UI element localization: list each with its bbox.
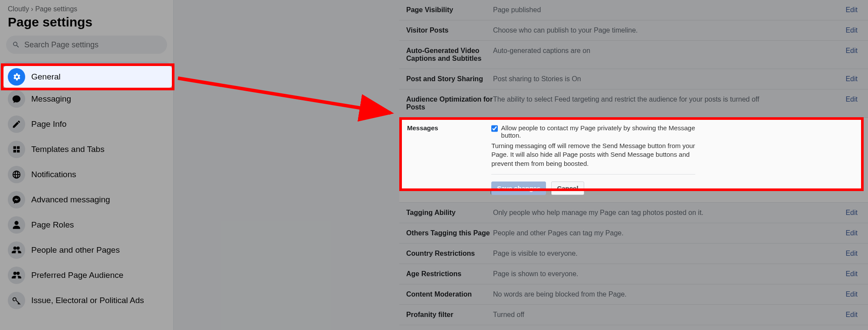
svg-line-0 — [178, 78, 391, 113]
setting-desc: Post sharing to Stories is On — [493, 75, 845, 83]
people-icon — [8, 241, 25, 259]
setting-desc: Page published — [493, 6, 845, 14]
setting-row: Country RestrictionsPage is visible to e… — [399, 244, 868, 264]
setting-label: Page Visibility — [406, 6, 493, 14]
sidebar-item-label: Page Roles — [31, 220, 74, 230]
setting-desc: Turned off — [493, 311, 845, 319]
setting-row: Post and Story SharingPost sharing to St… — [399, 69, 868, 89]
setting-row: Visitor PostsChoose who can publish to y… — [399, 20, 868, 41]
search-input[interactable]: Search Page settings — [6, 36, 167, 54]
gear-icon — [8, 68, 25, 86]
edit-link[interactable]: Edit — [845, 270, 858, 278]
cancel-button[interactable]: Cancel — [551, 182, 584, 195]
sidebar: Cloutly › Page settings Page settings Se… — [0, 0, 174, 330]
sidebar-item-preferred-page-audience[interactable]: Preferred Page Audience — [3, 263, 170, 287]
setting-row: Auto-Generated Video Captions and Subtit… — [399, 41, 868, 69]
sidebar-item-label: General — [31, 72, 61, 82]
sidebar-item-label: Issue, Electoral or Political Ads — [31, 296, 144, 305]
edit-link[interactable]: Edit — [845, 250, 858, 257]
edit-link[interactable]: Edit — [845, 229, 858, 237]
edit-link[interactable]: Edit — [845, 290, 858, 298]
setting-row: Others Tagging this PagePeople and other… — [399, 223, 868, 244]
setting-row: Age RestrictionsPage is shown to everyon… — [399, 264, 868, 284]
sidebar-item-label: Templates and Tabs — [31, 145, 105, 154]
setting-desc: Page is shown to everyone. — [493, 270, 845, 278]
search-placeholder: Search Page settings — [24, 40, 99, 50]
sidebar-item-label: Page Info — [31, 119, 66, 129]
edit-link[interactable]: Edit — [845, 6, 858, 14]
annotation-arrow — [174, 61, 399, 122]
sidebar-item-issue-electoral-or-political-ads[interactable]: Issue, Electoral or Political Ads — [3, 288, 170, 313]
setting-label: Others Tagging this Page — [406, 229, 493, 237]
sidebar-item-page-info[interactable]: Page Info — [3, 112, 170, 136]
sidebar-item-label: People and other Pages — [31, 245, 120, 255]
sidebar-item-label: Advanced messaging — [31, 195, 110, 205]
sidebar-item-label: Messaging — [31, 94, 71, 104]
setting-row: Tagging AbilityOnly people who help mana… — [399, 203, 868, 223]
pencil-icon — [8, 116, 25, 133]
messenger-icon — [8, 191, 25, 208]
edit-link[interactable]: Edit — [845, 96, 858, 111]
setting-label: Audience Optimization for Posts — [406, 96, 493, 111]
setting-label: Profanity filter — [406, 311, 493, 319]
setting-row: Similar Page SuggestionsChoose whether y… — [399, 325, 868, 330]
people-icon — [8, 267, 25, 284]
search-icon — [12, 41, 20, 49]
setting-desc: Auto-generated captions are on — [493, 47, 845, 63]
setting-desc: The ability to select Feed targeting and… — [493, 96, 845, 111]
edit-link[interactable]: Edit — [845, 47, 858, 63]
globe-icon — [8, 166, 25, 183]
sidebar-item-people-and-other-pages[interactable]: People and other Pages — [3, 238, 170, 262]
key-icon — [8, 292, 25, 309]
edit-link[interactable]: Edit — [845, 75, 858, 83]
messages-label: Messages — [407, 124, 490, 132]
highlight-cutout-general: General — [3, 66, 172, 88]
sidebar-item-messaging[interactable]: Messaging — [3, 87, 170, 111]
setting-desc: Only people who help manage my Page can … — [493, 209, 845, 217]
page-title: Page settings — [3, 14, 170, 36]
sidebar-item-label: Notifications — [31, 170, 76, 179]
setting-desc: Page is visible to everyone. — [493, 250, 845, 257]
setting-label: Country Restrictions — [406, 250, 493, 257]
setting-desc: Choose who can publish to your Page time… — [493, 26, 845, 34]
person-icon — [8, 216, 25, 234]
setting-desc: No words are being blocked from the Page… — [493, 290, 845, 298]
setting-label: Visitor Posts — [406, 26, 493, 34]
edit-link[interactable]: Edit — [845, 26, 858, 34]
setting-row: Profanity filterTurned offEdit — [399, 305, 868, 325]
messages-checkbox-text: Allow people to contact my Page privatel… — [501, 124, 696, 139]
save-changes-button[interactable]: Save changes — [491, 182, 546, 195]
grid-icon — [8, 141, 25, 158]
setting-row: Page VisibilityPage publishedEdit — [399, 0, 868, 20]
sidebar-item-advanced-messaging[interactable]: Advanced messaging — [3, 188, 170, 212]
edit-link[interactable]: Edit — [845, 311, 858, 319]
breadcrumb: Cloutly › Page settings — [3, 5, 170, 14]
highlight-cutout-messages: Messages Allow people to contact my Page… — [402, 120, 861, 188]
setting-label: Tagging Ability — [406, 209, 493, 217]
sidebar-item-notifications[interactable]: Notifications — [3, 162, 170, 187]
sidebar-item-templates-and-tabs[interactable]: Templates and Tabs — [3, 137, 170, 162]
setting-row: Audience Optimization for PostsThe abili… — [399, 89, 868, 118]
messages-detail: Turning messaging off will remove the Se… — [491, 142, 695, 175]
sidebar-nav: GeneralMessagingPage InfoTemplates and T… — [3, 62, 170, 313]
setting-row: Content ModerationNo words are being blo… — [399, 284, 868, 305]
chat-icon — [8, 90, 25, 108]
sidebar-item-page-roles[interactable]: Page Roles — [3, 213, 170, 237]
setting-desc: People and other Pages can tag my Page. — [493, 229, 845, 237]
sidebar-item-label: Preferred Page Audience — [31, 271, 123, 280]
edit-link[interactable]: Edit — [845, 209, 858, 217]
setting-label: Age Restrictions — [406, 270, 493, 278]
setting-label: Auto-Generated Video Captions and Subtit… — [406, 47, 493, 63]
setting-label: Post and Story Sharing — [406, 75, 493, 83]
setting-label: Content Moderation — [406, 290, 493, 298]
messages-checkbox[interactable] — [491, 125, 497, 132]
